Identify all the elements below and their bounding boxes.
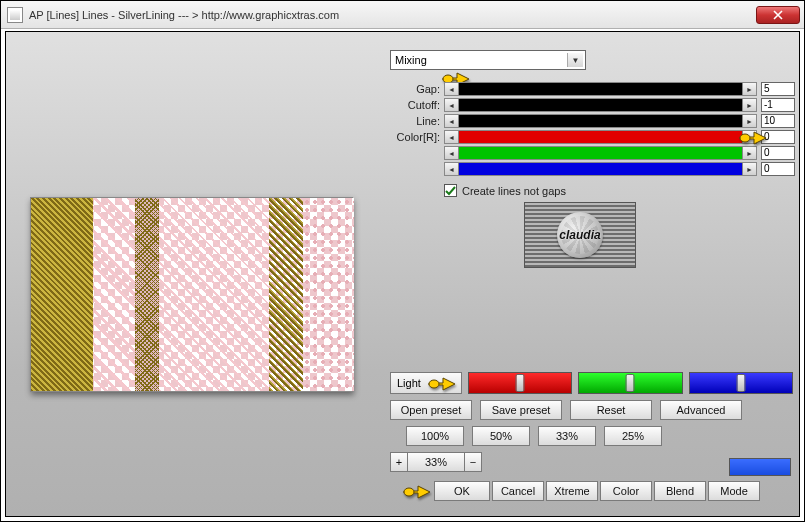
light-button-label: Light — [397, 377, 421, 389]
mode-button[interactable]: Mode — [708, 481, 760, 501]
color-r-label: Color[R]: — [388, 131, 444, 143]
pct-33-label: 33% — [556, 430, 578, 442]
scroll-left-icon[interactable]: ◄ — [445, 115, 459, 127]
scroll-left-icon[interactable]: ◄ — [445, 131, 459, 143]
pct-50-button[interactable]: 50% — [472, 426, 530, 446]
slider-group: Gap: ◄ ► 5 Cutoff: ◄ ► -1 Line: — [388, 82, 795, 178]
controls-panel: Mixing Gap: ◄ ► 5 Cutoff: — [384, 32, 799, 516]
gap-label: Gap: — [388, 83, 444, 95]
pct-25-button[interactable]: 25% — [604, 426, 662, 446]
advanced-label: Advanced — [677, 404, 726, 416]
reset-button[interactable]: Reset — [570, 400, 652, 420]
open-preset-label: Open preset — [401, 404, 462, 416]
scroll-left-icon[interactable]: ◄ — [445, 99, 459, 111]
pct-100-label: 100% — [421, 430, 449, 442]
preview-panel — [30, 197, 353, 392]
brand-text: claudia — [559, 228, 600, 242]
line-label: Line: — [388, 115, 444, 127]
scroll-left-icon[interactable]: ◄ — [445, 163, 459, 175]
pointer-hand-icon — [738, 126, 768, 148]
preview-stripe — [93, 198, 135, 391]
mixing-dropdown-value: Mixing — [395, 54, 427, 66]
cutoff-value[interactable]: -1 — [761, 98, 795, 112]
close-button[interactable] — [756, 6, 800, 24]
scroll-left-icon[interactable]: ◄ — [445, 147, 459, 159]
cutoff-slider[interactable]: ◄ ► — [444, 98, 757, 112]
save-preset-label: Save preset — [492, 404, 551, 416]
xtreme-button[interactable]: Xtreme — [546, 481, 598, 501]
scroll-right-icon[interactable]: ► — [742, 99, 756, 111]
preview-stripe — [159, 198, 269, 391]
preview-stripe — [135, 198, 159, 391]
preview-stripe — [303, 198, 354, 391]
color-b-slider[interactable]: ◄ ► — [444, 162, 757, 176]
pct-33-button[interactable]: 33% — [538, 426, 596, 446]
zoom-in-button[interactable]: + — [390, 452, 408, 472]
slider-thumb[interactable] — [516, 374, 525, 392]
gap-slider[interactable]: ◄ ► — [444, 82, 757, 96]
client-area: Mixing Gap: ◄ ► 5 Cutoff: — [5, 31, 800, 517]
scroll-right-icon[interactable]: ► — [742, 147, 756, 159]
scroll-right-icon[interactable]: ► — [742, 163, 756, 175]
scroll-left-icon[interactable]: ◄ — [445, 83, 459, 95]
advanced-button[interactable]: Advanced — [660, 400, 742, 420]
pointer-hand-icon — [402, 480, 432, 502]
mode-label: Mode — [720, 485, 748, 497]
create-lines-label: Create lines not gaps — [462, 185, 566, 197]
pointer-hand-icon — [427, 372, 457, 394]
cutoff-label: Cutoff: — [388, 99, 444, 111]
app-icon — [7, 7, 23, 23]
minus-icon: − — [470, 456, 476, 468]
zoom-value[interactable]: 33% — [408, 452, 464, 472]
slider-thumb[interactable] — [736, 374, 745, 392]
color-r-slider[interactable]: ◄ ► — [444, 130, 757, 144]
pct-100-button[interactable]: 100% — [406, 426, 464, 446]
title-bar: AP [Lines] Lines - SilverLining --- > ht… — [1, 1, 804, 29]
create-lines-checkbox[interactable] — [444, 184, 457, 197]
blend-button[interactable]: Blend — [654, 481, 706, 501]
light-button[interactable]: Light — [390, 372, 462, 394]
brand-logo: claudia — [524, 202, 636, 268]
color-swatch[interactable] — [729, 458, 791, 476]
cancel-button[interactable]: Cancel — [492, 481, 544, 501]
ok-button[interactable]: OK — [434, 481, 490, 501]
close-icon — [773, 10, 783, 20]
color-g-slider[interactable]: ◄ ► — [444, 146, 757, 160]
preview-stripe — [31, 198, 93, 391]
light-green-slider[interactable] — [578, 372, 682, 394]
xtreme-label: Xtreme — [554, 485, 589, 497]
blend-label: Blend — [666, 485, 694, 497]
preview-stripe — [269, 198, 303, 391]
color-b-value[interactable]: 0 — [761, 162, 795, 176]
slider-thumb[interactable] — [626, 374, 635, 392]
reset-label: Reset — [597, 404, 626, 416]
svg-point-3 — [404, 488, 414, 496]
pct-25-label: 25% — [622, 430, 644, 442]
cancel-label: Cancel — [501, 485, 535, 497]
check-icon — [445, 185, 456, 196]
ok-label: OK — [454, 485, 470, 497]
zoom-value-label: 33% — [425, 456, 447, 468]
svg-point-1 — [740, 134, 750, 142]
plus-icon: + — [396, 456, 402, 468]
mixing-dropdown[interactable]: Mixing — [390, 50, 586, 70]
pct-50-label: 50% — [490, 430, 512, 442]
plugin-window: AP [Lines] Lines - SilverLining --- > ht… — [0, 0, 805, 522]
light-blue-slider[interactable] — [689, 372, 793, 394]
window-title: AP [Lines] Lines - SilverLining --- > ht… — [29, 9, 756, 21]
scroll-right-icon[interactable]: ► — [742, 83, 756, 95]
light-red-slider[interactable] — [468, 372, 572, 394]
gap-value[interactable]: 5 — [761, 82, 795, 96]
color-label: Color — [613, 485, 639, 497]
svg-point-2 — [429, 380, 439, 388]
zoom-out-button[interactable]: − — [464, 452, 482, 472]
color-button[interactable]: Color — [600, 481, 652, 501]
line-slider[interactable]: ◄ ► — [444, 114, 757, 128]
save-preset-button[interactable]: Save preset — [480, 400, 562, 420]
open-preset-button[interactable]: Open preset — [390, 400, 472, 420]
color-g-value[interactable]: 0 — [761, 146, 795, 160]
